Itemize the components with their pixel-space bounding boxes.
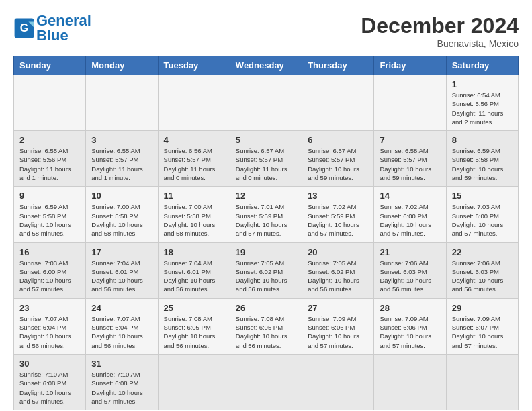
calendar-cell: 19Sunrise: 7:05 AMSunset: 6:02 PMDayligh… (230, 242, 302, 298)
logo: G GeneralBlue (13, 13, 91, 43)
calendar-cell (158, 75, 230, 131)
day-number: 6 (308, 135, 368, 145)
calendar-cell: 14Sunrise: 7:02 AMSunset: 6:00 PMDayligh… (374, 187, 446, 242)
calendar-cell: 17Sunrise: 7:04 AMSunset: 6:01 PMDayligh… (86, 242, 158, 298)
logo-text: GeneralBlue (36, 13, 91, 43)
calendar-cell: 29Sunrise: 7:09 AMSunset: 6:07 PMDayligh… (446, 298, 518, 354)
calendar-cell: 22Sunrise: 7:06 AMSunset: 6:03 PMDayligh… (446, 242, 518, 298)
day-info: Sunrise: 7:09 AMSunset: 6:06 PMDaylight:… (308, 314, 368, 350)
calendar-cell: 31Sunrise: 7:10 AMSunset: 6:08 PMDayligh… (86, 354, 158, 410)
calendar-cell: 23Sunrise: 7:07 AMSunset: 6:04 PMDayligh… (14, 298, 86, 354)
calendar-cell: 1Sunrise: 6:54 AMSunset: 5:56 PMDaylight… (446, 75, 518, 131)
day-number: 12 (236, 191, 296, 201)
header-friday: Friday (374, 56, 446, 75)
day-info: Sunrise: 6:55 AMSunset: 5:57 PMDaylight:… (91, 146, 152, 182)
calendar-week-6: 30Sunrise: 7:10 AMSunset: 6:08 PMDayligh… (14, 354, 519, 410)
logo-icon: G (13, 17, 35, 39)
calendar-cell (446, 354, 518, 410)
location-subtitle: Buenavista, Mexico (361, 38, 519, 49)
header-monday: Monday (86, 56, 158, 75)
calendar-cell (230, 75, 302, 131)
day-number: 7 (380, 135, 440, 145)
day-info: Sunrise: 7:00 AMSunset: 5:58 PMDaylight:… (164, 202, 224, 238)
calendar-cell: 3Sunrise: 6:55 AMSunset: 5:57 PMDaylight… (86, 131, 158, 187)
day-number: 26 (236, 303, 296, 313)
calendar-cell: 7Sunrise: 6:58 AMSunset: 5:57 PMDaylight… (374, 131, 446, 187)
calendar-cell: 20Sunrise: 7:05 AMSunset: 6:02 PMDayligh… (302, 242, 374, 298)
day-info: Sunrise: 7:08 AMSunset: 6:05 PMDaylight:… (164, 314, 224, 350)
calendar-cell: 16Sunrise: 7:03 AMSunset: 6:00 PMDayligh… (14, 242, 86, 298)
calendar-cell: 30Sunrise: 7:10 AMSunset: 6:08 PMDayligh… (14, 354, 86, 410)
day-number: 8 (452, 135, 513, 145)
calendar-cell: 25Sunrise: 7:08 AMSunset: 6:05 PMDayligh… (158, 298, 230, 354)
day-number: 21 (380, 247, 440, 257)
header-thursday: Thursday (302, 56, 374, 75)
header: G GeneralBlue December 2024 Buenavista, … (13, 13, 519, 49)
day-number: 18 (164, 247, 224, 257)
header-saturday: Saturday (446, 56, 518, 75)
day-number: 27 (308, 303, 368, 313)
calendar-cell: 24Sunrise: 7:07 AMSunset: 6:04 PMDayligh… (86, 298, 158, 354)
calendar-cell: 12Sunrise: 7:01 AMSunset: 5:59 PMDayligh… (230, 187, 302, 242)
calendar-week-3: 9Sunrise: 6:59 AMSunset: 5:58 PMDaylight… (14, 187, 519, 242)
calendar-cell: 27Sunrise: 7:09 AMSunset: 6:06 PMDayligh… (302, 298, 374, 354)
day-info: Sunrise: 6:57 AMSunset: 5:57 PMDaylight:… (308, 146, 368, 182)
calendar-cell (86, 75, 158, 131)
calendar-cell: 18Sunrise: 7:04 AMSunset: 6:01 PMDayligh… (158, 242, 230, 298)
day-info: Sunrise: 7:05 AMSunset: 6:02 PMDaylight:… (236, 259, 296, 294)
day-number: 9 (19, 191, 80, 201)
day-number: 4 (164, 135, 224, 145)
calendar-cell: 11Sunrise: 7:00 AMSunset: 5:58 PMDayligh… (158, 187, 230, 242)
calendar-cell: 4Sunrise: 6:56 AMSunset: 5:57 PMDaylight… (158, 131, 230, 187)
month-title: December 2024 (361, 13, 519, 38)
title-section: December 2024 Buenavista, Mexico (361, 13, 519, 49)
day-number: 28 (380, 303, 440, 313)
day-number: 19 (236, 247, 296, 257)
header-wednesday: Wednesday (230, 56, 302, 75)
day-info: Sunrise: 6:58 AMSunset: 5:57 PMDaylight:… (380, 146, 440, 182)
day-number: 25 (164, 303, 224, 313)
calendar-week-1: 1Sunrise: 6:54 AMSunset: 5:56 PMDaylight… (14, 75, 519, 131)
day-info: Sunrise: 7:03 AMSunset: 6:00 PMDaylight:… (19, 259, 80, 294)
calendar-table: SundayMondayTuesdayWednesdayThursdayFrid… (13, 56, 519, 410)
day-info: Sunrise: 6:54 AMSunset: 5:56 PMDaylight:… (452, 91, 513, 126)
calendar-cell (374, 75, 446, 131)
day-number: 2 (19, 135, 80, 145)
calendar-cell: 15Sunrise: 7:03 AMSunset: 6:00 PMDayligh… (446, 187, 518, 242)
day-info: Sunrise: 6:57 AMSunset: 5:57 PMDaylight:… (236, 146, 296, 182)
day-number: 23 (19, 303, 80, 313)
calendar-cell: 9Sunrise: 6:59 AMSunset: 5:58 PMDaylight… (14, 187, 86, 242)
calendar-cell: 6Sunrise: 6:57 AMSunset: 5:57 PMDaylight… (302, 131, 374, 187)
day-number: 13 (308, 191, 368, 201)
calendar-cell: 28Sunrise: 7:09 AMSunset: 6:06 PMDayligh… (374, 298, 446, 354)
calendar-cell: 13Sunrise: 7:02 AMSunset: 5:59 PMDayligh… (302, 187, 374, 242)
svg-text:G: G (20, 22, 28, 34)
day-info: Sunrise: 7:04 AMSunset: 6:01 PMDaylight:… (91, 259, 152, 294)
calendar-cell: 26Sunrise: 7:08 AMSunset: 6:05 PMDayligh… (230, 298, 302, 354)
day-info: Sunrise: 6:56 AMSunset: 5:57 PMDaylight:… (164, 146, 224, 182)
calendar-cell (302, 75, 374, 131)
day-info: Sunrise: 6:55 AMSunset: 5:56 PMDaylight:… (19, 146, 80, 182)
day-number: 15 (452, 191, 513, 201)
calendar-week-2: 2Sunrise: 6:55 AMSunset: 5:56 PMDaylight… (14, 131, 519, 187)
day-number: 16 (19, 247, 80, 257)
calendar-cell: 10Sunrise: 7:00 AMSunset: 5:58 PMDayligh… (86, 187, 158, 242)
day-info: Sunrise: 7:04 AMSunset: 6:01 PMDaylight:… (164, 259, 224, 294)
day-number: 11 (164, 191, 224, 201)
calendar-cell (230, 354, 302, 410)
day-info: Sunrise: 7:07 AMSunset: 6:04 PMDaylight:… (19, 314, 80, 350)
day-info: Sunrise: 6:59 AMSunset: 5:58 PMDaylight:… (452, 146, 513, 182)
calendar-cell (374, 354, 446, 410)
day-info: Sunrise: 7:06 AMSunset: 6:03 PMDaylight:… (452, 259, 513, 294)
calendar-cell (302, 354, 374, 410)
day-number: 24 (91, 303, 152, 313)
day-number: 29 (452, 303, 513, 313)
calendar-week-4: 16Sunrise: 7:03 AMSunset: 6:00 PMDayligh… (14, 242, 519, 298)
day-number: 31 (91, 359, 152, 369)
day-info: Sunrise: 7:02 AMSunset: 6:00 PMDaylight:… (380, 202, 440, 238)
day-info: Sunrise: 7:10 AMSunset: 6:08 PMDaylight:… (91, 370, 152, 406)
calendar-header-row: SundayMondayTuesdayWednesdayThursdayFrid… (14, 56, 519, 75)
day-info: Sunrise: 7:02 AMSunset: 5:59 PMDaylight:… (308, 202, 368, 238)
day-info: Sunrise: 7:08 AMSunset: 6:05 PMDaylight:… (236, 314, 296, 350)
day-number: 22 (452, 247, 513, 257)
